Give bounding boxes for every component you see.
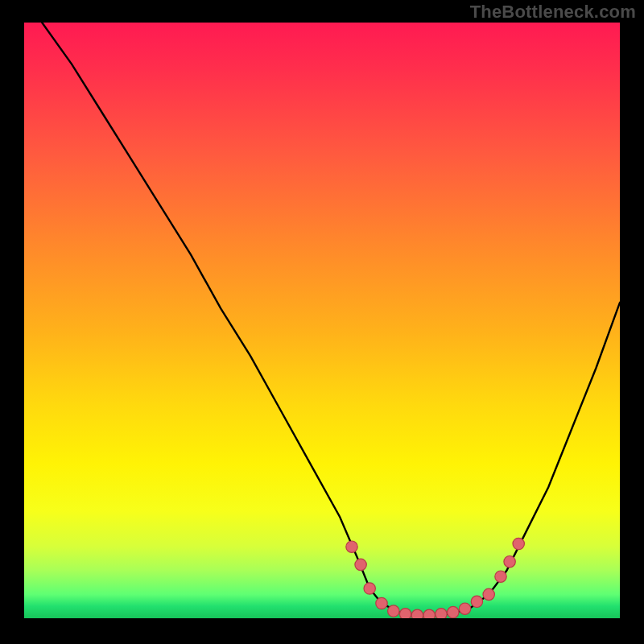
marker-dot (448, 606, 459, 617)
marker-dot (436, 609, 447, 618)
marker-dot (399, 609, 411, 618)
marker-dot (504, 556, 515, 568)
marker-dot (483, 588, 494, 600)
marker-dot (411, 609, 423, 618)
marker-dot (471, 596, 482, 607)
marker-dot (364, 583, 375, 594)
marker-dot (388, 605, 399, 617)
marker-dot (459, 603, 470, 614)
marker-group (346, 538, 525, 618)
watermark-text: TheBottleneck.com (470, 2, 636, 23)
chart-overlay (24, 23, 620, 618)
marker-dot (495, 571, 506, 582)
chart-frame: TheBottleneck.com (0, 0, 644, 644)
marker-dot (423, 609, 435, 618)
marker-dot (355, 559, 366, 570)
marker-dot (513, 538, 524, 549)
bottleneck-curve-path (42, 23, 620, 615)
marker-dot (346, 541, 357, 552)
marker-dot (376, 597, 387, 609)
